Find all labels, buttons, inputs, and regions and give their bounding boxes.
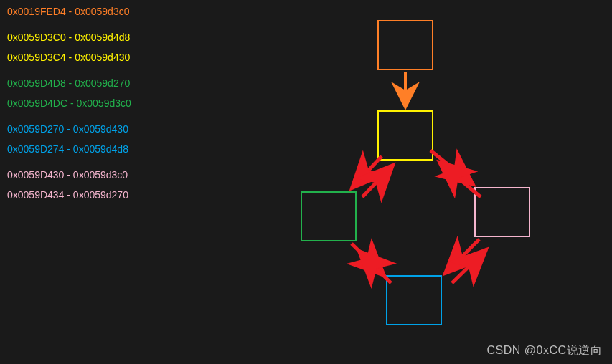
address-line: 0x0059D430 - 0x0059d3c0 (7, 169, 131, 181)
arrow (439, 162, 481, 197)
address-line: 0x0059D3C0 - 0x0059d4d8 (7, 32, 131, 43)
address-list: 0x0019FED4 - 0x0059d3c0 0x0059D3C0 - 0x0… (7, 6, 131, 209)
arrow (352, 156, 382, 188)
address-line: 0x0059D274 - 0x0059d4d8 (7, 143, 131, 155)
address-line: 0x0059D270 - 0x0059d430 (7, 123, 131, 135)
address-line: 0x0059D4DC - 0x0059d3c0 (7, 97, 131, 109)
address-line: 0x0059D434 - 0x0059d270 (7, 189, 131, 201)
watermark: CSDN @0xCC说逆向 (486, 343, 602, 358)
node-green (301, 191, 357, 241)
arrow (445, 239, 479, 274)
node-blue (386, 275, 442, 325)
node-pink (474, 187, 530, 237)
address-line: 0x0059D3C4 - 0x0059d430 (7, 52, 131, 63)
node-orange (377, 20, 433, 70)
node-yellow (377, 110, 433, 161)
arrow (452, 249, 486, 283)
arrow (352, 244, 385, 276)
arrow (359, 251, 391, 283)
address-line: 0x0059D4D8 - 0x0059d270 (7, 77, 131, 89)
arrow (362, 165, 393, 197)
arrow (430, 150, 474, 185)
address-line: 0x0019FED4 - 0x0059d3c0 (7, 6, 131, 17)
